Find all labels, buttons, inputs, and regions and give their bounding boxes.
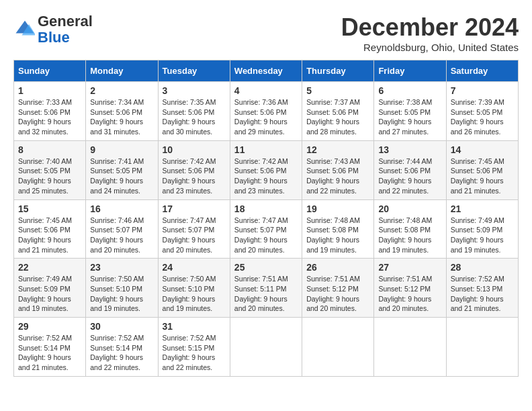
- day-info: Sunrise: 7:42 AMSunset: 5:06 PMDaylight:…: [234, 156, 298, 196]
- calendar-cell: 12Sunrise: 7:43 AMSunset: 5:06 PMDayligh…: [302, 140, 374, 199]
- day-number: 18: [234, 203, 298, 214]
- day-info: Sunrise: 7:51 AMSunset: 5:12 PMDaylight:…: [378, 274, 441, 314]
- calendar-cell: 29Sunrise: 7:52 AMSunset: 5:14 PMDayligh…: [14, 318, 86, 377]
- day-info: Sunrise: 7:34 AMSunset: 5:06 PMDaylight:…: [90, 97, 153, 137]
- day-number: 21: [451, 203, 514, 214]
- day-number: 13: [378, 144, 441, 155]
- calendar-week-row: 15Sunrise: 7:45 AMSunset: 5:06 PMDayligh…: [14, 199, 519, 259]
- day-info: Sunrise: 7:50 AMSunset: 5:10 PMDaylight:…: [90, 274, 153, 314]
- day-number: 11: [234, 144, 298, 155]
- weekday-header: Monday: [86, 60, 158, 82]
- day-number: 28: [451, 262, 514, 273]
- calendar-cell: [302, 318, 374, 377]
- day-info: Sunrise: 7:52 AMSunset: 5:14 PMDaylight:…: [18, 333, 81, 373]
- day-number: 23: [90, 262, 153, 273]
- weekday-header: Wednesday: [230, 60, 302, 82]
- calendar-table: SundayMondayTuesdayWednesdayThursdayFrid…: [13, 60, 519, 377]
- day-number: 22: [18, 262, 81, 273]
- day-number: 19: [306, 203, 369, 214]
- calendar-cell: 31Sunrise: 7:52 AMSunset: 5:15 PMDayligh…: [158, 318, 230, 377]
- day-info: Sunrise: 7:48 AMSunset: 5:08 PMDaylight:…: [378, 216, 441, 255]
- logo-general-text: General: [38, 13, 93, 30]
- day-info: Sunrise: 7:48 AMSunset: 5:08 PMDaylight:…: [306, 216, 369, 255]
- day-info: Sunrise: 7:45 AMSunset: 5:06 PMDaylight:…: [451, 156, 514, 196]
- day-info: Sunrise: 7:47 AMSunset: 5:07 PMDaylight:…: [234, 216, 298, 255]
- calendar-cell: 10Sunrise: 7:42 AMSunset: 5:06 PMDayligh…: [158, 140, 230, 199]
- weekday-header: Tuesday: [158, 60, 230, 82]
- calendar-header-row: SundayMondayTuesdayWednesdayThursdayFrid…: [14, 60, 519, 82]
- weekday-header: Saturday: [446, 60, 518, 82]
- calendar-cell: 22Sunrise: 7:49 AMSunset: 5:09 PMDayligh…: [14, 259, 86, 318]
- calendar-cell: [374, 318, 446, 377]
- calendar-week-row: 8Sunrise: 7:40 AMSunset: 5:05 PMDaylight…: [14, 140, 519, 199]
- calendar-cell: 3Sunrise: 7:35 AMSunset: 5:06 PMDaylight…: [158, 82, 230, 141]
- day-info: Sunrise: 7:51 AMSunset: 5:12 PMDaylight:…: [306, 274, 369, 314]
- calendar-cell: 21Sunrise: 7:49 AMSunset: 5:09 PMDayligh…: [446, 199, 518, 259]
- page-header: General Blue December 2024 Reynoldsburg,…: [13, 13, 519, 53]
- day-number: 26: [306, 262, 369, 273]
- day-info: Sunrise: 7:49 AMSunset: 5:09 PMDaylight:…: [451, 216, 514, 255]
- weekday-header: Sunday: [14, 60, 86, 82]
- calendar-cell: 17Sunrise: 7:47 AMSunset: 5:07 PMDayligh…: [158, 199, 230, 259]
- calendar-cell: 15Sunrise: 7:45 AMSunset: 5:06 PMDayligh…: [14, 199, 86, 259]
- day-number: 7: [451, 85, 514, 96]
- calendar-cell: 4Sunrise: 7:36 AMSunset: 5:06 PMDaylight…: [230, 82, 302, 141]
- logo-icon: [15, 18, 35, 38]
- day-info: Sunrise: 7:47 AMSunset: 5:07 PMDaylight:…: [163, 216, 226, 255]
- day-info: Sunrise: 7:51 AMSunset: 5:11 PMDaylight:…: [234, 274, 298, 314]
- day-info: Sunrise: 7:36 AMSunset: 5:06 PMDaylight:…: [234, 97, 298, 137]
- logo: General Blue: [13, 13, 93, 46]
- calendar-cell: 18Sunrise: 7:47 AMSunset: 5:07 PMDayligh…: [230, 199, 302, 259]
- weekday-header: Thursday: [302, 60, 374, 82]
- calendar-cell: 27Sunrise: 7:51 AMSunset: 5:12 PMDayligh…: [374, 259, 446, 318]
- calendar-cell: 6Sunrise: 7:38 AMSunset: 5:05 PMDaylight…: [374, 82, 446, 141]
- day-info: Sunrise: 7:46 AMSunset: 5:07 PMDaylight:…: [90, 216, 153, 255]
- day-number: 5: [306, 85, 369, 96]
- title-block: December 2024 Reynoldsburg, Ohio, United…: [341, 13, 519, 53]
- day-number: 6: [378, 85, 441, 96]
- logo-blue-text: Blue: [38, 29, 70, 46]
- calendar-cell: 13Sunrise: 7:44 AMSunset: 5:06 PMDayligh…: [374, 140, 446, 199]
- day-number: 15: [18, 203, 81, 214]
- day-number: 20: [378, 203, 441, 214]
- day-number: 24: [163, 262, 226, 273]
- day-number: 31: [163, 321, 226, 332]
- calendar-cell: 5Sunrise: 7:37 AMSunset: 5:06 PMDaylight…: [302, 82, 374, 141]
- day-number: 12: [306, 144, 369, 155]
- day-number: 4: [234, 85, 298, 96]
- calendar-cell: 9Sunrise: 7:41 AMSunset: 5:05 PMDaylight…: [86, 140, 158, 199]
- day-info: Sunrise: 7:35 AMSunset: 5:06 PMDaylight:…: [163, 97, 226, 137]
- day-number: 10: [163, 144, 226, 155]
- location: Reynoldsburg, Ohio, United States: [341, 42, 519, 53]
- day-number: 25: [234, 262, 298, 273]
- calendar-cell: 30Sunrise: 7:52 AMSunset: 5:14 PMDayligh…: [86, 318, 158, 377]
- day-info: Sunrise: 7:44 AMSunset: 5:06 PMDaylight:…: [378, 156, 441, 196]
- day-info: Sunrise: 7:38 AMSunset: 5:05 PMDaylight:…: [378, 97, 441, 137]
- month-title: December 2024: [341, 13, 519, 42]
- calendar-week-row: 22Sunrise: 7:49 AMSunset: 5:09 PMDayligh…: [14, 259, 519, 318]
- calendar-cell: 23Sunrise: 7:50 AMSunset: 5:10 PMDayligh…: [86, 259, 158, 318]
- day-info: Sunrise: 7:52 AMSunset: 5:15 PMDaylight:…: [163, 333, 226, 373]
- calendar-cell: 26Sunrise: 7:51 AMSunset: 5:12 PMDayligh…: [302, 259, 374, 318]
- day-info: Sunrise: 7:49 AMSunset: 5:09 PMDaylight:…: [18, 274, 81, 314]
- day-number: 2: [90, 85, 153, 96]
- day-info: Sunrise: 7:52 AMSunset: 5:14 PMDaylight:…: [90, 333, 153, 373]
- day-info: Sunrise: 7:42 AMSunset: 5:06 PMDaylight:…: [163, 156, 226, 196]
- day-number: 27: [378, 262, 441, 273]
- calendar-cell: 11Sunrise: 7:42 AMSunset: 5:06 PMDayligh…: [230, 140, 302, 199]
- calendar-cell: [230, 318, 302, 377]
- calendar-cell: 7Sunrise: 7:39 AMSunset: 5:05 PMDaylight…: [446, 82, 518, 141]
- day-info: Sunrise: 7:50 AMSunset: 5:10 PMDaylight:…: [163, 274, 226, 314]
- day-info: Sunrise: 7:41 AMSunset: 5:05 PMDaylight:…: [90, 156, 153, 196]
- calendar-cell: 8Sunrise: 7:40 AMSunset: 5:05 PMDaylight…: [14, 140, 86, 199]
- calendar-cell: 19Sunrise: 7:48 AMSunset: 5:08 PMDayligh…: [302, 199, 374, 259]
- calendar-cell: 1Sunrise: 7:33 AMSunset: 5:06 PMDaylight…: [14, 82, 86, 141]
- day-number: 16: [90, 203, 153, 214]
- day-info: Sunrise: 7:40 AMSunset: 5:05 PMDaylight:…: [18, 156, 81, 196]
- calendar-cell: 20Sunrise: 7:48 AMSunset: 5:08 PMDayligh…: [374, 199, 446, 259]
- calendar-cell: 24Sunrise: 7:50 AMSunset: 5:10 PMDayligh…: [158, 259, 230, 318]
- day-number: 17: [163, 203, 226, 214]
- calendar-cell: [446, 318, 518, 377]
- calendar-cell: 2Sunrise: 7:34 AMSunset: 5:06 PMDaylight…: [86, 82, 158, 141]
- day-info: Sunrise: 7:43 AMSunset: 5:06 PMDaylight:…: [306, 156, 369, 196]
